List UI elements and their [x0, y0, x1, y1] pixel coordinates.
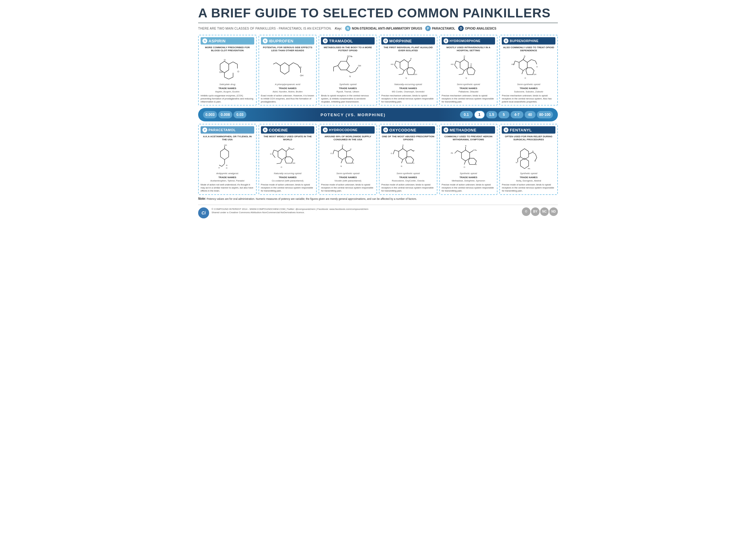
- key-badge-p: P: [425, 26, 431, 31]
- svg-text:N: N: [516, 161, 517, 163]
- ci-logo: Ci: [198, 208, 209, 218]
- svg-marker-104: [399, 149, 407, 159]
- svg-text:H: H: [226, 167, 228, 169]
- aspirin-molecule: O O OH: [201, 55, 254, 82]
- svg-line-120: [455, 151, 458, 154]
- ibuprofen-tradenames-label: TRADE NAMES: [261, 87, 314, 90]
- hydrocodone-tradenames: Vicodin (with paracetamol): [321, 179, 375, 182]
- svg-line-86: [289, 149, 293, 150]
- buprenorphine-tradenames-label: TRADE NAMES: [502, 87, 555, 90]
- ibuprofen-tradenames: Advil, Nurofen, Motrin, Brufen: [261, 90, 314, 93]
- svg-marker-55: [519, 60, 527, 70]
- svg-line-107: [393, 150, 394, 154]
- svg-line-12: [276, 63, 281, 65]
- svg-text:H: H: [413, 150, 415, 152]
- svg-text:OH: OH: [358, 65, 361, 67]
- hydromorphone-name: HYDROMORPHONE: [450, 39, 481, 43]
- footer-left: Ci © COMPOUND INTEREST 2014 - WWW.COMPOU…: [198, 208, 368, 218]
- svg-line-14: [289, 63, 293, 65]
- svg-line-59: [522, 70, 523, 74]
- svg-text:O: O: [391, 152, 392, 154]
- svg-text:H: H: [350, 148, 351, 150]
- svg-line-46: [455, 65, 458, 69]
- svg-line-106: [394, 150, 398, 151]
- tramadol-desc: Binds to opioid receptors in the central…: [321, 94, 375, 103]
- drug-card-fentanyl: O FENTANYL OFTEN USED FOR PAIN RELIEF DU…: [499, 124, 558, 195]
- svg-line-2: [224, 77, 229, 79]
- svg-line-108: [401, 159, 402, 163]
- ibuprofen-tagline: POTENTIAL FOR SERIOUS SIDE EFFECTS LESS …: [261, 46, 314, 53]
- methadone-desc: Precise mode of action unknown; binds to…: [442, 183, 495, 192]
- morphine-desc: Precise mechanism unknown; binds to opio…: [381, 94, 435, 103]
- drug-card-methadone: O METHADONE COMMONLY USED TO PREVENT HER…: [439, 124, 498, 195]
- key-badge-n: N: [345, 26, 351, 31]
- cc-badge-nc: NC: [540, 208, 549, 216]
- svg-text:O: O: [464, 166, 465, 168]
- svg-line-23: [355, 67, 358, 71]
- svg-text:N: N: [293, 148, 294, 150]
- svg-marker-78: [278, 149, 286, 159]
- paracetamol-desc: Mode of action not well understood; it's…: [201, 183, 254, 192]
- svg-text:O: O: [237, 70, 239, 72]
- morphine-name: MORPHINE: [389, 39, 412, 43]
- paracetamol-badge: P: [202, 127, 207, 132]
- oxycodone-type: Semi-synthetic opioid: [381, 172, 435, 175]
- svg-marker-20: [338, 61, 349, 70]
- morphine-tradenames-label: TRADE NAMES: [381, 87, 435, 90]
- svg-text:N: N: [226, 164, 228, 166]
- svg-line-135: [518, 157, 520, 158]
- svg-marker-92: [338, 149, 347, 159]
- svg-text:HO: HO: [391, 63, 394, 65]
- svg-line-83: [281, 159, 282, 163]
- hydromorphone-tradenames-label: TRADE NAMES: [442, 87, 495, 90]
- hydrocodone-tradenames-label: TRADE NAMES: [321, 176, 375, 179]
- oxycodone-name: OXYCODONE: [389, 128, 417, 132]
- svg-line-60: [523, 57, 524, 60]
- morphine-type: Naturally-occurring opioid: [381, 83, 435, 86]
- svg-line-21: [346, 70, 351, 72]
- drug-card-codeine: O CODEINE THE MOST WIDELY USED OPIATE IN…: [258, 124, 317, 195]
- hydrocodone-tagline: AROUND 99% OF WORLDWIDE SUPPLY CONSUMED …: [321, 135, 375, 142]
- svg-text:OH: OH: [533, 73, 536, 75]
- hydrocodone-type: Semi-synthetic opioid: [321, 172, 375, 175]
- methadone-tradenames-label: TRADE NAMES: [442, 176, 495, 179]
- svg-line-95: [333, 150, 334, 154]
- cc-badge-cc: ©: [522, 208, 530, 216]
- key-badge-o: O: [458, 26, 464, 31]
- oxycodone-tradenames-label: TRADE NAMES: [381, 176, 435, 179]
- ibuprofen-type: A phenylpropanoic acid: [261, 83, 314, 86]
- codeine-tradenames: Co-codamol (with paracetamol): [261, 179, 314, 182]
- paracetamol-molecule: OH O N H: [201, 144, 254, 171]
- buprenorphine-name: BUPRENORPHINE: [510, 39, 538, 43]
- svg-line-36: [399, 74, 403, 75]
- svg-text:OH: OH: [219, 70, 223, 73]
- methadone-molecule: N CH₃ Ph O O: [442, 144, 495, 171]
- svg-marker-93: [345, 157, 353, 163]
- key-item-n-label: NON-STEROIDAL ANTI-INFLAMMATORY DRUGS: [352, 27, 422, 30]
- page: A BRIEF GUIDE TO SELECTED COMMON PAINKIL…: [189, 0, 567, 223]
- svg-text:O: O: [464, 56, 465, 57]
- fentanyl-molecule: N O N Ph: [502, 144, 555, 171]
- svg-text:O: O: [342, 145, 343, 146]
- fentanyl-tagline: OFTEN USED FOR PAIN RELIEF DURING SURGIC…: [502, 135, 555, 142]
- key-item-o-label: OPIOID ANALGESICS: [465, 27, 496, 30]
- svg-line-82: [273, 154, 275, 158]
- cc-badge-nd: ND: [549, 208, 558, 216]
- codeine-tagline: THE MOST WIDELY USED OPIATE IN THE WORLD: [261, 135, 314, 142]
- svg-line-22: [351, 71, 355, 73]
- svg-line-6: [233, 62, 237, 64]
- svg-line-48: [459, 74, 463, 75]
- potency-val-0008: 0.008: [218, 111, 232, 118]
- svg-line-34: [394, 65, 397, 69]
- codeine-tradenames-label: TRADE NAMES: [261, 176, 314, 179]
- potency-val-01: 0.1: [460, 111, 473, 118]
- svg-text:N: N: [340, 165, 342, 167]
- svg-text:O: O: [331, 152, 332, 154]
- svg-line-71: [222, 164, 225, 167]
- svg-text:O: O: [270, 153, 272, 155]
- aspirin-tradenames: Aspirin, Acuprin, Ecotrin: [201, 90, 254, 93]
- svg-line-62: [531, 60, 535, 61]
- ibuprofen-name: IBUPROFEN: [269, 39, 294, 43]
- methadone-header: O METHADONE: [442, 126, 495, 134]
- morphine-tagline: THE FIRST INDIVIDUAL PLANT ALKALOID EVER…: [381, 46, 435, 53]
